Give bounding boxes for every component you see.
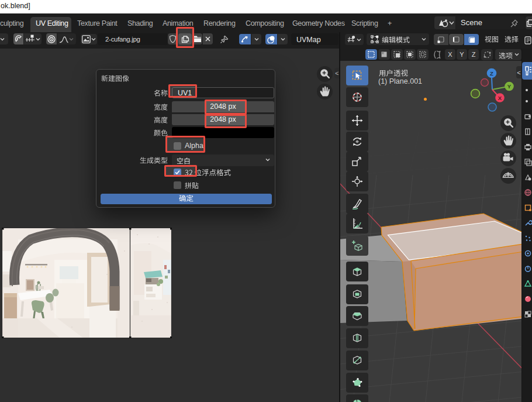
svg-text:X: X <box>498 95 502 101</box>
svg-text:Y: Y <box>507 83 512 90</box>
svg-text:Z: Z <box>490 70 493 77</box>
